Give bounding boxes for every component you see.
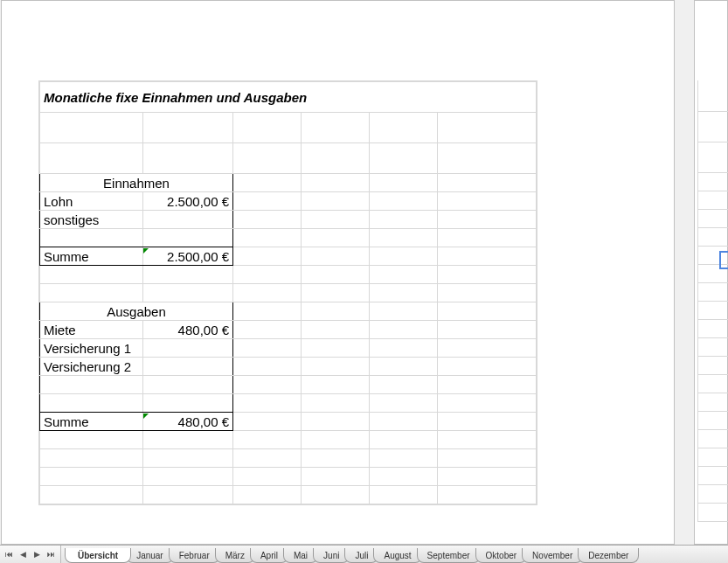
summe-value[interactable]: 480,00 € (143, 413, 233, 431)
formula-indicator-icon (143, 414, 149, 419)
summe-label[interactable]: Summe (40, 413, 143, 431)
next-page-area (694, 0, 728, 545)
row-value[interactable] (143, 358, 233, 376)
sheet-tab-januar[interactable]: Januar (126, 548, 174, 563)
row-value[interactable]: 480,00 € (143, 321, 233, 339)
sheet-tab-november[interactable]: November (522, 548, 583, 563)
row-value[interactable]: 2.500,00 € (143, 192, 233, 211)
sheet-tabs: Übersicht Januar Februar März April Mai … (61, 546, 728, 563)
sheet-tab-dezember[interactable]: Dezember (578, 548, 639, 563)
page-area: Monatliche fixe Einnahmen und Ausgaben E… (1, 0, 675, 545)
row-label[interactable]: Versicherung 1 (40, 339, 143, 358)
row-label[interactable]: Versicherung 2 (40, 358, 143, 376)
row-value[interactable] (143, 211, 233, 229)
sheet-tab-februar[interactable]: Februar (169, 548, 220, 563)
formula-indicator-icon (143, 248, 149, 254)
row-value[interactable] (143, 339, 233, 358)
summe-label[interactable]: Summe (40, 247, 143, 266)
nav-next-icon[interactable]: ▶ (31, 549, 43, 560)
next-page-grid (697, 80, 728, 522)
tab-nav-buttons: ⏮ ◀ ▶ ⏭ (0, 546, 61, 563)
row-label[interactable]: Lohn (40, 192, 143, 211)
nav-prev-icon[interactable]: ◀ (17, 549, 29, 560)
sheet-tab-uebersicht[interactable]: Übersicht (65, 548, 131, 563)
sheet-tab-oktober[interactable]: Oktober (475, 548, 528, 563)
nav-first-icon[interactable]: ⏮ (3, 549, 15, 560)
sheet-tab-august[interactable]: August (373, 548, 421, 563)
summe-value[interactable]: 2.500,00 € (143, 247, 233, 266)
row-label[interactable]: Miete (40, 321, 143, 339)
row-label[interactable]: sonstiges (40, 211, 143, 229)
page-title: Monatliche fixe Einnahmen und Ausgaben (40, 82, 537, 113)
nav-last-icon[interactable]: ⏭ (45, 549, 57, 560)
selection-cursor (719, 251, 728, 269)
ausgaben-header: Ausgaben (40, 302, 233, 321)
sheet-tab-bar: ⏮ ◀ ▶ ⏭ Übersicht Januar Februar März Ap… (0, 545, 728, 563)
spreadsheet-canvas: Monatliche fixe Einnahmen und Ausgaben E… (0, 0, 728, 545)
sheet-tab-september[interactable]: September (417, 548, 481, 563)
einnahmen-header: Einnahmen (40, 174, 233, 192)
spreadsheet-grid[interactable]: Monatliche fixe Einnahmen und Ausgaben E… (38, 80, 537, 505)
